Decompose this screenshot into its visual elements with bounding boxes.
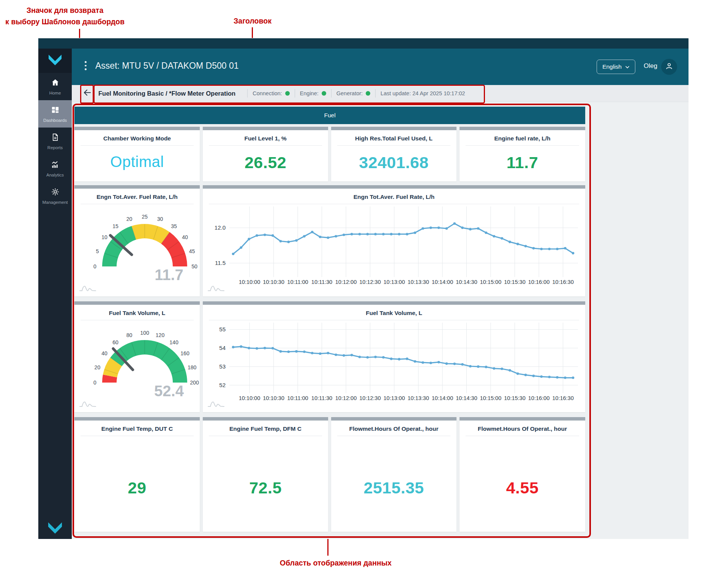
svg-text:0: 0 xyxy=(93,263,96,269)
svg-text:12.0: 12.0 xyxy=(215,224,226,231)
svg-text:10:13:30: 10:13:30 xyxy=(407,279,429,285)
card-title-divider xyxy=(337,145,450,146)
sidebar-item-dashboards[interactable]: Dashboards xyxy=(38,100,72,128)
svg-text:50: 50 xyxy=(191,263,197,269)
sparkline-icon[interactable] xyxy=(207,400,225,409)
card-drag-strip[interactable] xyxy=(74,185,200,189)
status-list: Connection:Engine:Generator: xyxy=(242,89,370,98)
dashboards-icon xyxy=(51,106,60,116)
chart-card: Engn Tot.Aver. Fuel Rate, L/h10:10:0010:… xyxy=(203,185,585,296)
sidebar-item-home[interactable]: Home xyxy=(38,73,72,100)
card-drag-strip[interactable] xyxy=(203,301,585,305)
svg-text:10:15:00: 10:15:00 xyxy=(480,395,501,401)
kebab-menu-icon[interactable] xyxy=(85,61,87,70)
card-title: Flowmet.Hours Of Operat., hour xyxy=(331,425,456,432)
card-drag-strip[interactable] xyxy=(203,417,328,421)
card-drag-strip[interactable] xyxy=(460,127,585,130)
svg-text:40: 40 xyxy=(101,350,107,356)
card-title: Flowmet.Hours Of Operat., hour xyxy=(460,425,585,432)
avatar[interactable] xyxy=(661,59,677,75)
svg-text:11.5: 11.5 xyxy=(215,260,226,266)
annotation-back-note: Значок для возврата к выбору Шаблонов да… xyxy=(0,5,130,27)
svg-text:10:16:30: 10:16:30 xyxy=(552,395,573,401)
svg-text:120: 120 xyxy=(156,332,165,338)
card-drag-strip[interactable] xyxy=(460,417,585,421)
card-title: Engine fuel rate, L/h xyxy=(460,135,585,142)
svg-text:10:13:00: 10:13:00 xyxy=(384,395,405,401)
line-chart: 10:10:0010:10:3010:11:0010:11:3010:12:00… xyxy=(203,204,585,291)
back-button[interactable] xyxy=(82,88,93,99)
logo-chevron-icon xyxy=(46,54,64,68)
chevron-down-icon xyxy=(625,63,630,70)
language-selector[interactable]: English xyxy=(597,60,635,74)
svg-text:10:14:30: 10:14:30 xyxy=(456,279,477,285)
svg-text:10:11:00: 10:11:00 xyxy=(287,279,308,285)
app-header: Asset: MTU 5V / DATAKOM D500 01 English … xyxy=(72,49,689,85)
svg-text:10:15:30: 10:15:30 xyxy=(504,395,525,401)
section-header: Fuel xyxy=(74,107,585,124)
asset-title: Asset: MTU 5V / DATAKOM D500 01 xyxy=(95,61,238,71)
svg-text:10:10:00: 10:10:00 xyxy=(239,279,260,285)
card-drag-strip[interactable] xyxy=(74,301,200,305)
stat-card: Engine fuel rate, L/h11.7 xyxy=(460,127,585,181)
card-drag-strip[interactable] xyxy=(74,417,200,421)
stat-card: Chamber Working ModeOptimal xyxy=(74,127,200,181)
sidebar-item-label: Dashboards xyxy=(43,118,67,123)
breadcrumb-bar: Fuel Monitoring Basic / *Flow Meter Oper… xyxy=(72,85,689,102)
stat-card: Flowmet.Hours Of Operat., hour2515.35 xyxy=(331,417,456,532)
sidebar-item-analytics[interactable]: Analytics xyxy=(38,155,72,182)
svg-text:10:15:30: 10:15:30 xyxy=(504,279,525,285)
user-icon xyxy=(665,62,673,72)
svg-text:10:11:30: 10:11:30 xyxy=(311,279,332,285)
svg-text:200: 200 xyxy=(190,380,199,386)
stat-card: High Res.Total Fuel Used, L32401.68 xyxy=(331,127,456,181)
card-drag-strip[interactable] xyxy=(331,417,456,421)
window-top-strip xyxy=(38,38,689,49)
annotation-data-area-note: Область отображения данных xyxy=(271,557,400,569)
sparkline-icon[interactable] xyxy=(79,400,96,409)
svg-text:11.7: 11.7 xyxy=(155,266,183,283)
stat-value: 29 xyxy=(74,479,200,497)
svg-text:10:15:00: 10:15:00 xyxy=(480,279,501,285)
gauge-card: Engn Tot.Aver. Fuel Rate, L/h05101520253… xyxy=(74,185,200,296)
card-drag-strip[interactable] xyxy=(203,185,585,189)
card-drag-strip[interactable] xyxy=(203,127,328,130)
annotation-title-note: Заголовок xyxy=(226,15,279,27)
svg-text:55: 55 xyxy=(219,326,226,332)
card-title: Chamber Working Mode xyxy=(74,135,200,142)
svg-text:45: 45 xyxy=(189,248,195,254)
last-update: Last update: 24 Apr 2025 10:17:02 xyxy=(381,90,465,96)
svg-text:10:14:00: 10:14:00 xyxy=(432,395,453,401)
svg-text:10:11:00: 10:11:00 xyxy=(287,395,308,401)
divider xyxy=(331,89,332,98)
card-drag-strip[interactable] xyxy=(74,127,200,130)
svg-text:53: 53 xyxy=(219,363,226,370)
svg-text:52.4: 52.4 xyxy=(154,383,184,399)
svg-text:10:11:30: 10:11:30 xyxy=(311,395,332,401)
svg-text:10:12:00: 10:12:00 xyxy=(335,395,357,401)
stat-card: Flowmet.Hours Of Operat., hour4.55 xyxy=(460,417,585,532)
section-title: Fuel xyxy=(324,112,335,119)
language-label: English xyxy=(602,63,622,70)
stat-value: 26.52 xyxy=(203,153,328,172)
card-drag-strip[interactable] xyxy=(331,127,456,130)
card-title-divider xyxy=(337,436,450,436)
status-dot xyxy=(285,91,290,96)
app-logo[interactable] xyxy=(38,49,72,73)
sparkline-icon[interactable] xyxy=(207,284,225,293)
sidebar-item-management[interactable]: Management xyxy=(38,182,72,210)
stat-value: 11.7 xyxy=(460,153,585,172)
svg-text:10:16:00: 10:16:00 xyxy=(528,395,550,401)
svg-text:100: 100 xyxy=(140,330,149,336)
sparkline-icon[interactable] xyxy=(79,284,96,293)
svg-text:10:16:00: 10:16:00 xyxy=(528,279,550,285)
svg-text:10:10:00: 10:10:00 xyxy=(239,395,260,401)
stat-card: Engine Fuel Temp, DFM C72.5 xyxy=(203,417,328,532)
arrow-left-icon xyxy=(83,88,92,98)
svg-text:10:16:30: 10:16:30 xyxy=(552,279,573,285)
svg-text:80: 80 xyxy=(126,332,133,338)
sidebar-item-reports[interactable]: Reports xyxy=(38,128,72,155)
svg-text:40: 40 xyxy=(182,234,188,240)
status-label: Connection: xyxy=(253,90,282,96)
card-title-divider xyxy=(466,145,579,146)
